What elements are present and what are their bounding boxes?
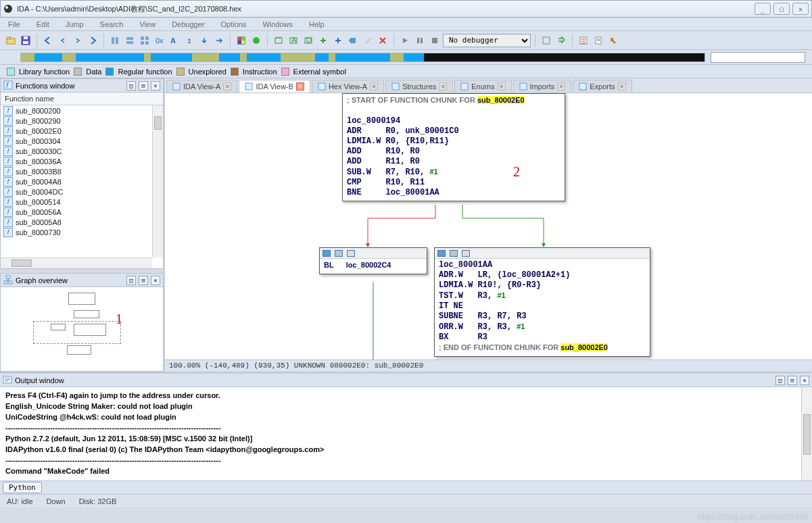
output-body[interactable]: Press F4 (Ctrl-F4) again to jump to the … [0,387,812,480]
scrollbar-horizontal[interactable] [1,257,152,268]
tab-ida-view-b[interactable]: IDA View-B× [239,80,310,93]
tab-close-icon[interactable]: × [439,82,447,91]
scrollbar-vertical[interactable] [152,105,163,257]
function-row[interactable]: fsub_800030C [1,146,163,156]
delete-button[interactable] [376,34,389,47]
step-button[interactable] [554,34,568,47]
function-row[interactable]: fsub_80005A8 [1,217,163,227]
maximize-button[interactable]: ▢ [773,3,790,15]
close-button[interactable]: ✕ [792,3,809,15]
minimize-button[interactable]: _ [755,3,771,15]
function-row[interactable]: fsub_8000730 [1,227,163,237]
menu-debugger[interactable]: Debugger [168,19,208,30]
tab-imports[interactable]: Imports× [513,80,572,93]
tab-close-icon[interactable]: × [498,82,506,91]
run-button[interactable] [249,34,263,47]
func-icon: f [3,177,13,186]
pin-button[interactable]: ⊡ [139,81,148,91]
nav-back-button[interactable] [41,34,55,47]
debug-pause-button[interactable] [413,34,427,47]
toolbar-icon[interactable] [183,34,196,47]
jump-down-button[interactable] [197,34,211,47]
dock-button[interactable]: ◫ [126,276,136,285]
tab-close-icon[interactable]: × [370,82,378,91]
toolbar-icon[interactable] [138,34,151,47]
tab-close-icon[interactable]: × [618,82,626,91]
search-text-button[interactable]: A [168,34,181,47]
graph-overview-title: Graph overview [16,276,124,284]
output-line: IDAPython v1.6.0 final (serial 0) (c) Th… [5,444,807,455]
menu-help[interactable]: Help [305,19,329,30]
function-row[interactable]: fsub_8000200 [1,105,163,116]
toolbar-icon[interactable] [272,34,285,47]
tab-enums[interactable]: Enums× [454,80,511,93]
graph-node-right[interactable]: loc_80001AA ADR.W LR, (loc_80001A2+1) LD… [434,247,650,357]
panel-close-button[interactable]: × [800,376,809,385]
color-button[interactable] [235,34,248,47]
puzzle-icon[interactable] [346,34,360,47]
pin-button[interactable]: ⊡ [139,276,148,285]
toolbar-icon[interactable]: A [287,34,300,47]
nav-back-small-button[interactable] [56,34,70,47]
add-button[interactable] [316,34,330,47]
function-row[interactable]: fsub_800036A [1,156,163,166]
function-row[interactable]: fsub_800056A [1,207,163,217]
list-icon[interactable] [577,34,590,47]
function-row[interactable]: fsub_80004DC [1,186,163,197]
debugger-select[interactable]: No debugger [443,34,531,47]
function-row[interactable]: fsub_8000514 [1,197,163,207]
ida-view-b-graph[interactable]: ; START OF FUNCTION CHUNK FOR sub_80002E… [165,93,812,359]
debug-stop-button[interactable] [428,34,441,47]
tab-close-icon[interactable]: × [557,82,565,91]
panel-close-button[interactable]: × [151,81,160,91]
nav-strip[interactable] [20,53,705,62]
menu-options[interactable]: Options [216,19,250,30]
toolbar-icon[interactable] [108,34,122,47]
graph-overview-canvas[interactable]: 1 [1,287,163,371]
function-row[interactable]: fsub_80004A8 [1,176,163,186]
menu-jump[interactable]: Jump [62,19,88,30]
svg-rect-41 [9,281,12,284]
function-row[interactable]: fsub_80002E0 [1,126,163,136]
functions-column-header[interactable]: Function name [1,93,163,105]
function-row[interactable]: fsub_80003B8 [1,166,163,176]
toolbar-icon[interactable]: D [302,34,315,47]
tab-close-icon[interactable]: × [296,82,304,91]
goto-button[interactable] [212,34,226,47]
add-button[interactable] [331,34,345,47]
graph-node-left[interactable]: BL loc_80002C4 [319,247,427,274]
pin-button[interactable]: ⊡ [788,376,797,385]
tab-exports[interactable]: Exports× [573,80,631,93]
script-icon[interactable] [592,34,605,47]
nav-fwd-small-button[interactable] [71,34,85,47]
toolbar-icon[interactable] [540,34,553,47]
nav-fwd-button[interactable] [86,34,99,47]
function-row[interactable]: fsub_8000290 [1,116,163,126]
open-button[interactable] [4,34,18,47]
tab-ida-view-a[interactable]: IDA View-A× [166,80,237,93]
debug-play-button[interactable] [398,34,412,47]
toolbar-icon[interactable]: 0x [153,34,166,47]
menu-windows[interactable]: Windows [258,19,297,30]
graph-node-top[interactable]: ; START OF FUNCTION CHUNK FOR sub_80002E… [342,93,565,201]
function-row[interactable]: fsub_8000304 [1,136,163,146]
scrollbar-vertical[interactable] [801,387,812,480]
svg-rect-43 [245,83,252,90]
save-button[interactable] [19,34,32,47]
menu-search[interactable]: Search [96,19,128,30]
menu-bar: FileEditJumpSearchViewDebuggerOptionsWin… [0,18,812,31]
menu-edit[interactable]: Edit [32,19,53,30]
nav-dropdown[interactable] [711,52,805,63]
output-tab-python[interactable]: Python [3,482,42,493]
menu-view[interactable]: View [135,19,160,30]
menu-file[interactable]: File [4,19,24,30]
dock-button[interactable]: ◫ [126,81,136,91]
panel-close-button[interactable]: × [151,276,160,285]
edit-button[interactable] [361,34,375,47]
tab-structures[interactable]: Structures× [385,80,453,93]
dock-button[interactable]: ◫ [775,376,785,385]
toolbar-icon[interactable] [123,34,137,47]
hammer-icon[interactable] [606,34,620,47]
tab-hex-view-a[interactable]: Hex View-A× [312,80,384,93]
tab-close-icon[interactable]: × [223,82,231,91]
